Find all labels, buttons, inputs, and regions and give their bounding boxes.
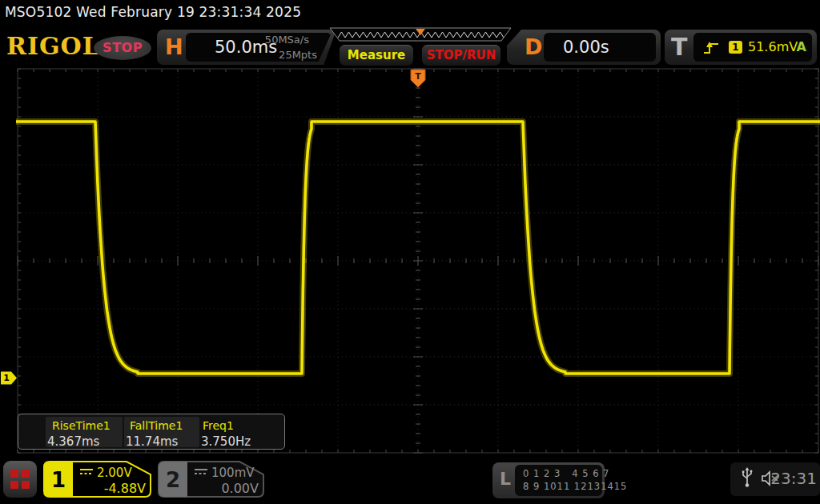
run-state-badge: STOP [94,36,151,60]
channel1-button[interactable]: 1 2.00V -4.88V [43,461,152,498]
clock-display: 23:31 [770,469,817,488]
menu-grid-icon[interactable] [3,461,37,498]
trigger-settings-button[interactable]: T 1 51.6mV A [665,30,817,65]
stop-run-button[interactable]: STOP/RUN [422,45,500,66]
menu-grid-dot [10,481,18,489]
delay-settings-button[interactable]: D 0.00s [507,30,661,65]
rigol-logo: RIGOL [6,32,100,60]
measurement-value: 4.367ms [47,434,99,449]
sample-rate: 50MSa/s [265,34,309,46]
delay-value: 0.00s [563,33,609,62]
graticule [18,69,818,453]
status-panel: 23:31 [730,462,820,496]
h-label: H [165,30,183,65]
measurement-label[interactable]: Freq1 [203,419,234,432]
page-title: MSO5102 Wed February 19 23:31:34 2025 [5,4,301,20]
trigger-level-value: 51.6mV [748,33,798,62]
channel1-scale: 2.00V [97,466,132,480]
menu-grid-dot [22,470,30,478]
horizontal-delay-preview-bar[interactable] [327,27,514,42]
channel1-offset: -4.88V [104,481,146,496]
channel2-button[interactable]: 2 100mV 0.00V [158,461,265,498]
logic-label: L [500,469,511,489]
measurement-value: 3.750Hz [201,434,251,449]
logic-inner: 0 1 2 3 4 5 6 7 8 9 1011 12131415 [515,465,602,496]
trigger-source-badge: 1 [729,41,742,54]
svg-text:1: 1 [3,373,10,383]
d-label: D [525,30,542,65]
menu-grid-dot [10,470,18,478]
measurement-label[interactable]: FallTime1 [130,419,183,432]
logic-row2: 8 9 1011 12131415 [523,481,627,492]
trigger-inset: 1 51.6mV A [693,33,812,62]
trigger-position-marker[interactable]: T [411,70,425,87]
svg-text:T: T [415,71,421,82]
delay-inset: 0.00s [544,33,656,62]
measurement-value: 11.74ms [126,434,178,449]
ch1-trace [16,122,820,374]
measurement-label[interactable]: RiseTime1 [52,419,111,432]
measurement-panel: RiseTime1 4.367ms FallTime1 11.74ms Freq… [18,414,285,450]
channel1-level-marker[interactable]: 1 [1,371,17,384]
t-label: T [671,30,687,65]
channel2-number: 2 [166,468,180,492]
memory-depth: 25Mpts [279,49,317,61]
channel2-scale: 100mV [211,466,255,480]
measure-button[interactable]: Measure [340,45,413,66]
horizontal-settings-button[interactable]: H 50.0ms 50MSa/s 25Mpts [157,30,336,65]
channel1-number: 1 [51,468,66,492]
logic-row1: 0 1 2 3 4 5 6 7 [523,468,609,479]
menu-grid-dot [22,481,30,489]
logic-channels-button[interactable]: L 0 1 2 3 4 5 6 7 8 9 1011 12131415 [492,462,605,498]
channel2-offset: 0.00V [221,481,259,496]
rising-edge-trigger-icon [703,40,719,54]
horizontal-inset: 50.0ms 50MSa/s 25Mpts [186,33,332,62]
usb-icon [742,467,753,488]
trigger-sweep-mode: A [797,33,806,62]
